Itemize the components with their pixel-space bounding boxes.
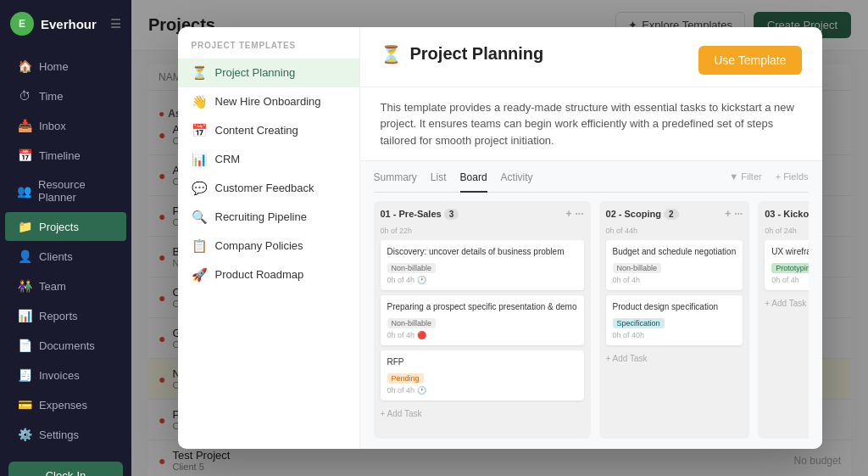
board-card[interactable]: Discovery: uncover details of business p… — [381, 240, 584, 290]
main-nav: 🏠 Home ⏱ Time 📥 Inbox 📅 Timeline 👥 Resou… — [0, 48, 131, 453]
sidebar-item-home[interactable]: 🏠 Home — [5, 52, 126, 81]
tab-board[interactable]: Board — [460, 171, 487, 193]
sidebar-item-timeline[interactable]: 📅 Timeline — [5, 141, 126, 170]
company-policies-icon: 📋 — [192, 238, 209, 254]
template-item-project-planning[interactable]: ⏳ Project Planning — [178, 59, 359, 87]
clock-in-button[interactable]: Clock-In — [8, 462, 123, 476]
sidebar-item-documents[interactable]: 📄 Documents — [5, 331, 126, 360]
template-item-new-hire[interactable]: 👋 New Hire Onboarding — [178, 87, 359, 116]
col-more-icon[interactable]: ··· — [576, 208, 584, 220]
sidebar-item-label: Team — [39, 280, 66, 293]
sidebar-item-projects[interactable]: 📁 Projects — [5, 212, 126, 241]
app-logo[interactable]: E Everhour ☰ — [0, 0, 131, 48]
board-column-presales: 01 - Pre-Sales 3 +··· 0h of 22h Discover… — [374, 201, 591, 439]
projects-icon: 📁 — [17, 220, 32, 233]
content-creating-icon: 📅 — [192, 123, 209, 138]
logo-icon: E — [10, 12, 34, 36]
sidebar: E Everhour ☰ 🏠 Home ⏱ Time 📥 Inbox 📅 Tim… — [0, 0, 131, 476]
sidebar-item-label: Reports — [39, 310, 78, 322]
board-card[interactable]: Product design specification Specificati… — [606, 295, 743, 345]
invoices-icon: 🧾 — [17, 368, 32, 382]
customer-feedback-icon: 💬 — [192, 181, 209, 196]
documents-icon: 📄 — [17, 339, 32, 352]
app-name: Everhour — [41, 17, 97, 31]
template-item-company-policies[interactable]: 📋 Company Policies — [178, 232, 359, 260]
board-preview: 01 - Pre-Sales 3 +··· 0h of 22h Discover… — [374, 201, 809, 439]
sidebar-item-reports[interactable]: 📊 Reports — [5, 301, 126, 330]
clients-icon: 👤 — [17, 249, 32, 263]
col-add-icon[interactable]: + — [565, 208, 571, 220]
timeline-icon: 📅 — [17, 148, 32, 162]
tab-activity[interactable]: Activity — [501, 171, 533, 187]
sidebar-item-label: Settings — [39, 428, 79, 441]
sidebar-item-label: Timeline — [39, 149, 81, 162]
template-title: ⏳ Project Planning — [381, 44, 544, 64]
tab-list[interactable]: List — [431, 171, 447, 187]
template-title-icon: ⏳ — [381, 44, 402, 64]
sidebar-item-label: Documents — [39, 339, 95, 352]
inbox-icon: 📥 — [17, 119, 32, 132]
sidebar-item-label: Resource Planner — [38, 178, 114, 204]
sidebar-item-label: Projects — [39, 221, 79, 233]
template-item-product-roadmap[interactable]: 🚀 Product Roadmap — [178, 260, 359, 289]
sidebar-item-resource[interactable]: 👥 Resource Planner — [5, 171, 126, 211]
template-description: This template provides a ready-made stru… — [360, 87, 822, 162]
crm-icon: 📊 — [192, 152, 209, 167]
sidebar-item-time[interactable]: ⏱ Time — [5, 81, 126, 110]
template-preview: Summary List Board Activity ▼ Filter + F… — [360, 161, 822, 449]
board-column-scoping: 02 - Scoping 2 +··· 0h of 44h Budget and… — [599, 201, 750, 439]
add-task-link[interactable]: + Add Task — [606, 350, 743, 367]
add-task-link[interactable]: + Add Task — [381, 406, 584, 422]
template-detail-panel: ⏳ Project Planning Use Template This tem… — [360, 27, 822, 450]
sidebar-item-settings[interactable]: ⚙️ Settings — [5, 420, 126, 449]
sidebar-item-label: Clients — [39, 250, 73, 263]
sidebar-item-label: Time — [39, 90, 63, 103]
modal-overlay[interactable]: PROJECT TEMPLATES ⏳ Project Planning 👋 N… — [131, 0, 868, 476]
settings-icon: ⚙️ — [17, 428, 32, 441]
use-template-button[interactable]: Use Template — [698, 46, 801, 75]
sidebar-item-inbox[interactable]: 📥 Inbox — [5, 111, 126, 140]
sidebar-item-expenses[interactable]: 💳 Expenses — [5, 390, 126, 419]
sidebar-item-clients[interactable]: 👤 Clients — [5, 242, 126, 271]
resource-icon: 👥 — [17, 184, 31, 198]
template-list-title: PROJECT TEMPLATES — [178, 41, 359, 59]
board-column-kickoff: 03 - Kickoff 1 +··· 0h of 24h UX wirefra… — [758, 201, 808, 439]
board-card[interactable]: Preparing a prospect specific presentati… — [381, 295, 584, 345]
preview-tabs: Summary List Board Activity ▼ Filter + F… — [374, 171, 809, 193]
col-add-icon[interactable]: + — [725, 208, 731, 220]
add-task-link[interactable]: + Add Task — [765, 295, 808, 311]
template-detail-header: ⏳ Project Planning Use Template — [360, 27, 822, 87]
template-item-recruiting[interactable]: 🔍 Recruiting Pipeline — [178, 203, 359, 232]
product-roadmap-icon: 🚀 — [192, 267, 209, 283]
recruiting-icon: 🔍 — [192, 210, 209, 225]
board-card[interactable]: UX wireframes, UI mockups Prototyping 0h… — [765, 240, 808, 290]
sidebar-item-label: Expenses — [39, 399, 87, 412]
main-content-area: Projects ✦ Explore Templates Create Proj… — [131, 0, 868, 476]
tab-summary[interactable]: Summary — [374, 171, 417, 187]
sidebar-bottom: Clock-In You haven't clocked in today — [0, 453, 131, 476]
time-icon: ⏱ — [17, 89, 32, 103]
board-card[interactable]: RFP Pending 0h of 4h 🕐 — [381, 350, 584, 400]
sidebar-item-label: Inbox — [39, 120, 66, 132]
sidebar-item-label: Invoices — [39, 369, 80, 382]
sidebar-item-invoices[interactable]: 🧾 Invoices — [5, 361, 126, 389]
sidebar-item-label: Home — [39, 60, 69, 73]
template-item-customer-feedback[interactable]: 💬 Customer Feedback — [178, 174, 359, 203]
col-more-icon[interactable]: ··· — [734, 208, 743, 220]
home-icon: 🏠 — [17, 59, 32, 73]
reports-icon: 📊 — [17, 309, 32, 322]
template-list-panel: PROJECT TEMPLATES ⏳ Project Planning 👋 N… — [178, 27, 360, 450]
template-item-content-creating[interactable]: 📅 Content Creating — [178, 116, 359, 145]
board-card[interactable]: Budget and schedule negotiation Non-bill… — [606, 240, 743, 290]
new-hire-icon: 👋 — [192, 94, 209, 109]
menu-icon[interactable]: ☰ — [110, 17, 121, 31]
template-modal: PROJECT TEMPLATES ⏳ Project Planning 👋 N… — [178, 27, 822, 450]
team-icon: 👫 — [17, 279, 32, 293]
template-item-crm[interactable]: 📊 CRM — [178, 145, 359, 174]
sidebar-item-team[interactable]: 👫 Team — [5, 272, 126, 300]
expenses-icon: 💳 — [17, 398, 32, 412]
fields-label[interactable]: + Fields — [776, 171, 809, 187]
filter-label[interactable]: ▼ Filter — [729, 171, 761, 187]
project-planning-icon: ⏳ — [192, 65, 209, 81]
